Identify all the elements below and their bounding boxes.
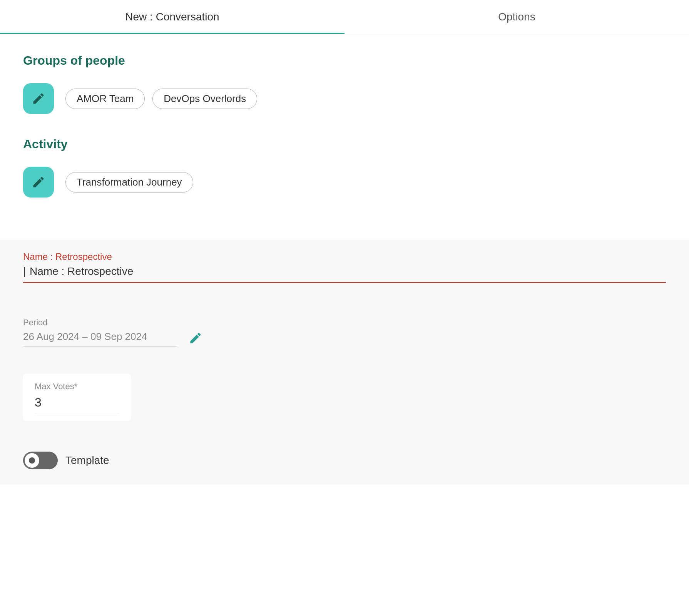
activity-tag-transformation-journey[interactable]: Transformation Journey	[65, 172, 193, 192]
votes-section: Max Votes* 3	[0, 358, 689, 436]
toggle-track[interactable]	[23, 452, 58, 469]
tab-new-conversation-label: New : Conversation	[125, 11, 219, 23]
group-tag-devops-overlords-label: DevOps Overlords	[164, 93, 246, 104]
tab-bar: New : Conversation Options	[0, 0, 689, 34]
group-tag-devops-overlords[interactable]: DevOps Overlords	[152, 89, 257, 109]
activity-tag-transformation-journey-label: Transformation Journey	[77, 176, 182, 188]
groups-edit-button[interactable]	[23, 83, 54, 114]
toggle-thumb	[25, 453, 39, 468]
tab-options[interactable]: Options	[344, 0, 689, 34]
tab-new-conversation[interactable]: New : Conversation	[0, 0, 344, 34]
group-tag-amor-team[interactable]: AMOR Team	[65, 89, 145, 109]
groups-tag-list: AMOR Team DevOps Overlords	[65, 89, 257, 109]
name-input[interactable]: Name : Retrospective	[23, 265, 666, 278]
period-section: Period 26 Aug 2024 – 09 Sep 2024	[0, 298, 689, 358]
edit-icon-activity	[32, 175, 45, 189]
main-content: Groups of people AMOR Team DevOps Overlo…	[0, 34, 689, 240]
activity-section-title: Activity	[23, 137, 666, 151]
votes-label: Max Votes*	[35, 382, 119, 392]
votes-value[interactable]: 3	[35, 395, 119, 413]
activity-edit-button[interactable]	[23, 167, 54, 198]
template-toggle[interactable]	[23, 452, 58, 469]
period-edit-icon	[189, 331, 202, 345]
template-label: Template	[65, 454, 109, 467]
name-field-label: Name : Retrospective	[23, 251, 666, 262]
votes-box: Max Votes* 3	[23, 374, 131, 421]
template-section: Template	[0, 436, 689, 485]
tab-options-label: Options	[498, 11, 535, 23]
groups-row: AMOR Team DevOps Overlords	[23, 83, 666, 114]
period-edit-button[interactable]	[189, 331, 202, 346]
activity-section: Activity Transformation Journey	[23, 137, 666, 198]
groups-section: Groups of people AMOR Team DevOps Overlo…	[23, 54, 666, 114]
name-input-wrapper: Name : Retrospective	[23, 265, 666, 283]
activity-tag-list: Transformation Journey	[65, 172, 193, 192]
period-label: Period	[23, 318, 666, 328]
period-row: 26 Aug 2024 – 09 Sep 2024	[23, 331, 666, 347]
activity-row: Transformation Journey	[23, 167, 666, 198]
period-value: 26 Aug 2024 – 09 Sep 2024	[23, 331, 177, 347]
name-field-section: Name : Retrospective Name : Retrospectiv…	[0, 240, 689, 298]
groups-section-title: Groups of people	[23, 54, 666, 68]
edit-icon	[32, 92, 45, 105]
name-input-value: Name : Retrospective	[30, 265, 133, 277]
group-tag-amor-team-label: AMOR Team	[77, 93, 134, 104]
